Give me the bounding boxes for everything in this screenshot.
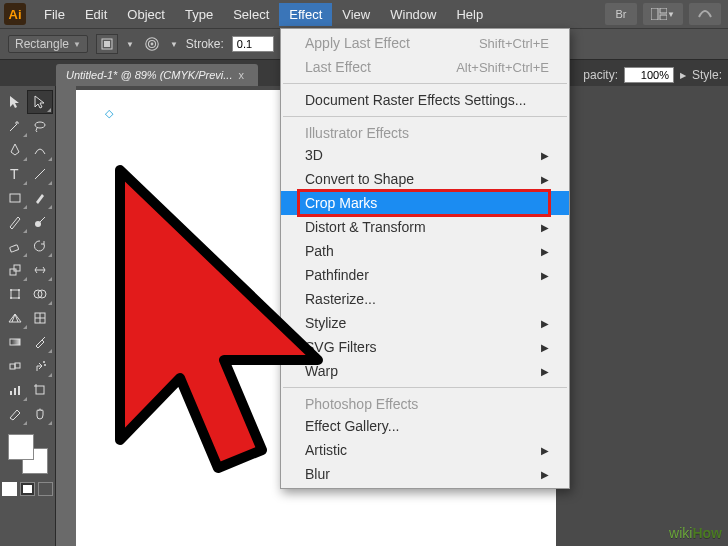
menu-path[interactable]: Path ▶ xyxy=(281,239,569,263)
menu-item-label: Document Raster Effects Settings... xyxy=(305,92,527,108)
lasso-tool[interactable] xyxy=(28,114,54,138)
app-icon: Ai xyxy=(4,3,26,25)
menu-item-label: Distort & Transform xyxy=(305,219,426,235)
menu-type[interactable]: Type xyxy=(175,3,223,26)
svg-rect-34 xyxy=(36,386,44,394)
menu-item-label: Effect Gallery... xyxy=(305,418,399,434)
menu-select[interactable]: Select xyxy=(223,3,279,26)
selection-handle-icon: ◇ xyxy=(106,110,112,116)
opacity-field[interactable] xyxy=(624,67,674,83)
submenu-arrow-icon: ▶ xyxy=(541,174,549,185)
style-label: Style: xyxy=(692,68,722,82)
menu-help[interactable]: Help xyxy=(446,3,493,26)
menu-3d[interactable]: 3D ▶ xyxy=(281,143,569,167)
line-segment-tool[interactable] xyxy=(28,162,54,186)
gpu-preview-icon[interactable] xyxy=(689,3,721,25)
hand-tool[interactable] xyxy=(28,402,54,426)
pencil-tool[interactable] xyxy=(2,210,28,234)
menu-artistic[interactable]: Artistic ▶ xyxy=(281,438,569,462)
close-icon[interactable]: x xyxy=(238,69,244,81)
menu-blur[interactable]: Blur ▶ xyxy=(281,462,569,486)
width-tool[interactable] xyxy=(28,258,54,282)
paintbrush-tool[interactable] xyxy=(28,186,54,210)
menu-edit[interactable]: Edit xyxy=(75,3,117,26)
menu-warp[interactable]: Warp ▶ xyxy=(281,359,569,383)
curvature-tool[interactable] xyxy=(28,138,54,162)
svg-rect-26 xyxy=(10,339,20,345)
type-tool[interactable]: T xyxy=(2,162,28,186)
menu-item-label: 3D xyxy=(305,147,323,163)
menu-item-label: Apply Last Effect xyxy=(305,35,410,51)
direct-selection-tool[interactable] xyxy=(27,90,53,114)
chevron-down-icon: ▼ xyxy=(170,40,178,49)
svg-rect-31 xyxy=(10,391,12,395)
menu-rasterize[interactable]: Rasterize... xyxy=(281,287,569,311)
eyedropper-tool[interactable] xyxy=(28,330,54,354)
target-icon[interactable] xyxy=(142,34,162,54)
blend-tool[interactable] xyxy=(2,354,28,378)
svg-point-17 xyxy=(10,289,12,291)
menu-last-effect[interactable]: Last Effect Alt+Shift+Ctrl+E xyxy=(281,55,569,79)
menu-item-label: Path xyxy=(305,243,334,259)
menu-view[interactable]: View xyxy=(332,3,380,26)
svg-rect-16 xyxy=(11,290,19,298)
magic-wand-tool[interactable] xyxy=(2,114,28,138)
fill-stroke-swatch[interactable] xyxy=(6,432,50,476)
menu-pathfinder[interactable]: Pathfinder ▶ xyxy=(281,263,569,287)
free-transform-tool[interactable] xyxy=(2,282,28,306)
svg-rect-13 xyxy=(9,245,18,252)
menu-effect[interactable]: Effect xyxy=(279,3,332,26)
menu-item-label: Artistic xyxy=(305,442,347,458)
menu-item-label: Blur xyxy=(305,466,330,482)
pen-tool[interactable] xyxy=(2,138,28,162)
perspective-grid-tool[interactable] xyxy=(2,306,28,330)
menu-heading-illustrator: Illustrator Effects xyxy=(281,121,569,143)
slice-tool[interactable] xyxy=(2,402,28,426)
menu-svg-filters[interactable]: SVG Filters ▶ xyxy=(281,335,569,359)
blob-brush-tool[interactable] xyxy=(28,210,54,234)
mesh-tool[interactable] xyxy=(28,306,54,330)
menu-raster-settings[interactable]: Document Raster Effects Settings... xyxy=(281,88,569,112)
menu-heading-photoshop: Photoshop Effects xyxy=(281,392,569,414)
watermark-suffix: How xyxy=(692,525,722,541)
shape-dropdown[interactable]: Rectangle ▼ xyxy=(8,35,88,53)
draw-normal-mode[interactable] xyxy=(2,482,17,496)
wikihow-watermark: wikiHow xyxy=(669,525,722,542)
menu-apply-last-effect[interactable]: Apply Last Effect Shift+Ctrl+E xyxy=(281,31,569,55)
menu-convert-to-shape[interactable]: Convert to Shape ▶ xyxy=(281,167,569,191)
gradient-tool[interactable] xyxy=(2,330,28,354)
draw-inside-mode[interactable] xyxy=(38,482,53,496)
rotate-tool[interactable] xyxy=(28,234,54,258)
menu-file[interactable]: File xyxy=(34,3,75,26)
draw-behind-mode[interactable] xyxy=(20,482,35,496)
stroke-value-field[interactable] xyxy=(232,36,274,52)
menu-crop-marks[interactable]: Crop Marks xyxy=(281,191,569,215)
menu-distort-transform[interactable]: Distort & Transform ▶ xyxy=(281,215,569,239)
effect-menu: Apply Last Effect Shift+Ctrl+E Last Effe… xyxy=(280,28,570,489)
chevron-down-icon: ▼ xyxy=(126,40,134,49)
symbol-sprayer-tool[interactable] xyxy=(28,354,54,378)
menu-item-label: Last Effect xyxy=(305,59,371,75)
menu-stylize[interactable]: Stylize ▶ xyxy=(281,311,569,335)
eraser-tool[interactable] xyxy=(2,234,28,258)
svg-rect-0 xyxy=(651,8,658,20)
selection-tool[interactable] xyxy=(2,90,27,114)
bridge-icon[interactable]: Br xyxy=(605,3,637,25)
shape-builder-tool[interactable] xyxy=(28,282,54,306)
fill-swatch[interactable] xyxy=(8,434,34,460)
svg-point-19 xyxy=(10,297,12,299)
menu-window[interactable]: Window xyxy=(380,3,446,26)
menu-item-label: Pathfinder xyxy=(305,267,369,283)
scale-tool[interactable] xyxy=(2,258,28,282)
align-icon[interactable] xyxy=(96,34,118,54)
rectangle-tool[interactable] xyxy=(2,186,28,210)
column-graph-tool[interactable] xyxy=(2,378,28,402)
menu-effect-gallery[interactable]: Effect Gallery... xyxy=(281,414,569,438)
chevron-down-icon: ▶ xyxy=(680,71,686,80)
svg-rect-2 xyxy=(660,15,667,20)
document-tab[interactable]: Untitled-1* @ 89% (CMYK/Previ... x xyxy=(56,64,258,86)
svg-rect-15 xyxy=(14,265,20,271)
artboard-tool[interactable] xyxy=(28,378,54,402)
arrange-documents-icon[interactable]: ▼ xyxy=(643,3,683,25)
menu-object[interactable]: Object xyxy=(117,3,175,26)
